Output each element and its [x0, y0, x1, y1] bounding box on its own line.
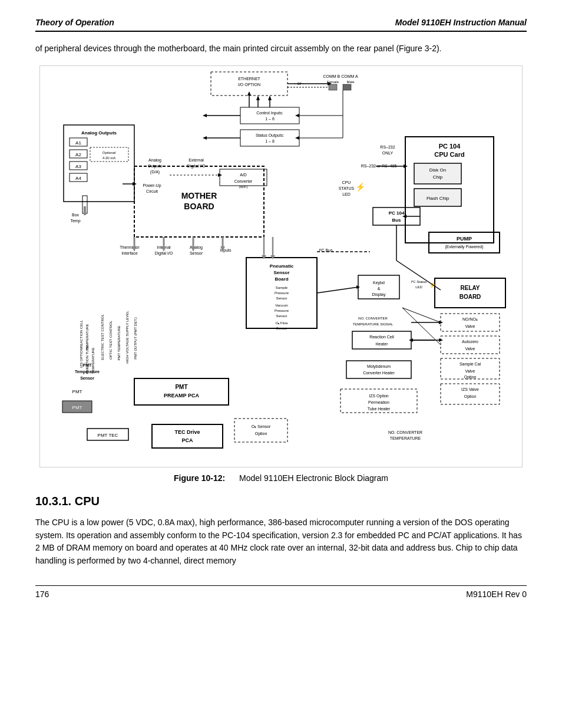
svg-text:CPU: CPU	[342, 180, 351, 185]
svg-text:Valve: Valve	[465, 324, 475, 328]
svg-text:Power-Up: Power-Up	[143, 183, 161, 188]
svg-text:TEMPERATURE: TEMPERATURE	[91, 348, 95, 374]
svg-text:I²C  Bus: I²C Bus	[319, 248, 333, 252]
svg-text:&: &	[378, 286, 381, 291]
svg-text:PMT: PMT	[175, 384, 187, 390]
svg-text:RS–232: RS–232	[380, 145, 395, 149]
svg-text:Interface: Interface	[121, 251, 137, 255]
svg-text:Keybd: Keybd	[373, 281, 385, 285]
figure-caption: Figure 10-12: Model 9110EH Electronic Bl…	[35, 473, 527, 483]
svg-text:Male: Male	[346, 80, 355, 84]
svg-text:Flash Chip: Flash Chip	[427, 196, 449, 201]
svg-text:PC 104: PC 104	[389, 210, 405, 216]
svg-text:Reaction Cell: Reaction Cell	[369, 335, 394, 339]
svg-text:Digital I/O: Digital I/O	[187, 164, 206, 169]
svg-text:Converter: Converter	[234, 179, 253, 183]
svg-text:⚡: ⚡	[355, 182, 366, 192]
svg-text:Digital I/O: Digital I/O	[155, 251, 173, 256]
svg-text:PCA: PCA	[181, 437, 193, 443]
svg-text:PREAMP PCA: PREAMP PCA	[164, 393, 199, 398]
block-diagram: ETHERNET I/O OPTION - or - COMM B COMM A…	[39, 65, 523, 467]
svg-text:MOTHER: MOTHER	[181, 191, 217, 200]
svg-rect-9	[343, 84, 351, 90]
svg-text:NO. CONVERTER: NO. CONVERTER	[358, 317, 388, 320]
footer-page-number: 176	[35, 589, 49, 599]
svg-text:Circuit: Circuit	[146, 189, 158, 193]
svg-text:Sample: Sample	[276, 286, 288, 289]
svg-text:Option: Option	[464, 375, 477, 380]
svg-text:NO/NO₂: NO/NO₂	[462, 317, 478, 321]
svg-text:Disk On: Disk On	[429, 167, 446, 173]
svg-text:ELECTRIC TEST CONTROL: ELECTRIC TEST CONTROL	[101, 314, 104, 360]
svg-text:I²C Status: I²C Status	[411, 280, 427, 284]
svg-text:TEC Drive: TEC Drive	[174, 429, 200, 435]
svg-text:Vacuum: Vacuum	[275, 304, 288, 307]
svg-text:REACTION CELL: REACTION CELL	[80, 320, 83, 348]
figure-description: Model 9110EH Electronic Block Diagram	[239, 473, 388, 483]
svg-text:Sensor: Sensor	[190, 251, 203, 255]
page-header: Theory of Operation Model 9110EH Instruc…	[35, 18, 527, 32]
svg-text:1 – 8: 1 – 8	[265, 139, 275, 143]
footer-doc-id: M9110EH Rev 0	[466, 589, 527, 599]
svg-text:LED: LED	[342, 192, 351, 196]
svg-text:External: External	[189, 158, 204, 162]
svg-text:Pneumatic: Pneumatic	[270, 263, 294, 269]
svg-text:TEMPERATURE SIGNAL: TEMPERATURE SIGNAL	[353, 322, 394, 326]
svg-text:Tube Heater: Tube Heater	[368, 407, 391, 411]
page: Theory of Operation Model 9110EH Instruc…	[0, 0, 562, 728]
svg-text:PMT TEC: PMT TEC	[98, 433, 118, 438]
svg-text:Sample Cal: Sample Cal	[459, 362, 481, 367]
intro-text: of peripheral devices through the mother…	[35, 42, 527, 55]
svg-text:A/D: A/D	[240, 173, 247, 177]
svg-text:PMT: PMT	[72, 405, 82, 410]
svg-text:Sensor: Sensor	[276, 314, 287, 318]
svg-text:Board: Board	[275, 276, 288, 282]
svg-text:Control Inputs:: Control Inputs:	[256, 111, 283, 116]
svg-rect-8	[329, 84, 337, 90]
svg-text:Molybdenum: Molybdenum	[367, 364, 391, 369]
svg-text:ETHERNET: ETHERNET	[238, 77, 260, 81]
svg-text:A1: A1	[75, 140, 81, 146]
svg-text:STATUS: STATUS	[339, 186, 355, 190]
svg-text:TEMPERATURE: TEMPERATURE	[390, 436, 421, 440]
svg-text:Chip: Chip	[433, 174, 443, 180]
svg-text:(D/A): (D/A)	[150, 170, 160, 174]
svg-text:Thermistor: Thermistor	[120, 245, 140, 249]
svg-rect-33	[414, 163, 461, 184]
svg-text:Display: Display	[372, 292, 386, 297]
svg-text:A2: A2	[75, 152, 81, 157]
svg-text:Optional: Optional	[103, 151, 115, 154]
figure-label: Figure 10-12:	[174, 473, 225, 483]
svg-text:Sensor: Sensor	[80, 376, 94, 380]
svg-text:Valve: Valve	[465, 369, 475, 373]
diagram-svg: ETHERNET I/O OPTION - or - COMM B COMM A…	[40, 66, 523, 467]
svg-text:Box: Box	[72, 213, 80, 217]
svg-text:(W/F): (W/F)	[239, 185, 248, 189]
svg-text:4-20 mA: 4-20 mA	[103, 156, 116, 160]
svg-text:Converter Heater: Converter Heater	[363, 371, 395, 375]
svg-text:BOARD: BOARD	[184, 202, 214, 211]
section-body: The CPU is a low power (5 VDC, 0.8A max)…	[35, 516, 527, 568]
svg-text:BOARD: BOARD	[459, 294, 481, 300]
svg-text:Status Outputs:: Status Outputs:	[256, 133, 284, 138]
header-left: Theory of Operation	[35, 18, 114, 27]
svg-text:Option: Option	[464, 394, 477, 399]
svg-text:Pressure: Pressure	[275, 309, 289, 312]
svg-text:Heater: Heater	[375, 342, 388, 346]
svg-text:Valve: Valve	[465, 347, 475, 351]
svg-text:Sensor: Sensor	[276, 327, 287, 330]
svg-text:Analog: Analog	[148, 158, 161, 163]
svg-text:Option: Option	[255, 431, 267, 436]
svg-text:Sensor: Sensor	[273, 270, 289, 275]
svg-text:IZS Option: IZS Option	[369, 394, 389, 398]
svg-text:Permeation: Permeation	[368, 400, 389, 404]
svg-text:Bus: Bus	[392, 218, 401, 223]
svg-text:O₂ Sensor: O₂ Sensor	[252, 424, 271, 429]
section-heading: 10.3.1. CPU	[35, 495, 527, 508]
svg-text:PMT: PMT	[72, 389, 82, 394]
svg-text:PMT OUTPUT (PMT DET.): PMT OUTPUT (PMT DET.)	[134, 317, 137, 360]
svg-text:A3: A3	[75, 164, 81, 169]
header-right: Model 9110EH Instruction Manual	[395, 18, 527, 27]
svg-text:RELAY: RELAY	[461, 285, 480, 291]
svg-text:Pressure: Pressure	[275, 291, 289, 295]
